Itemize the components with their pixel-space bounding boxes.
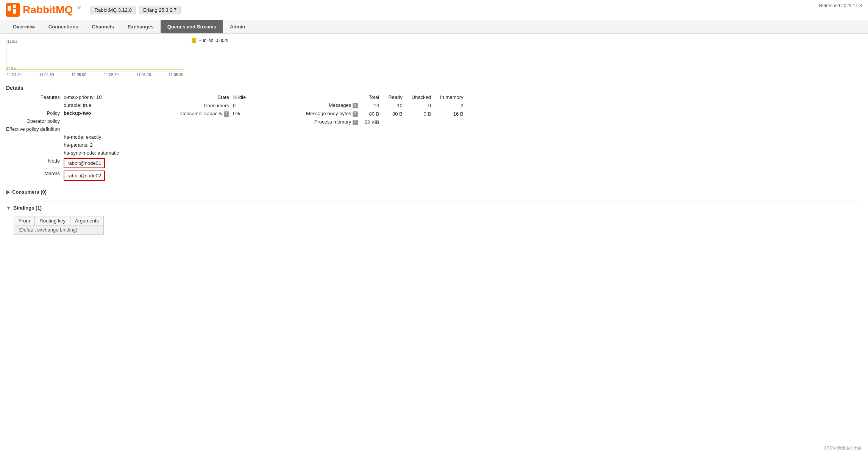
mbb-help[interactable]: ? xyxy=(353,111,358,117)
consumer-capacity-row: Consumer capacity ? 0% xyxy=(180,110,249,118)
operator-policy-row: Operator policy xyxy=(6,117,122,125)
chart-legend: Publish 0.00/s xyxy=(192,38,228,77)
legend-publish-dot xyxy=(192,38,196,43)
node-label: Node xyxy=(6,157,64,169)
messages-unacked: 0 xyxy=(407,101,436,110)
durable-value-cell: durable: true xyxy=(64,101,122,109)
messages-label: Messages xyxy=(329,102,351,108)
ha-params-row: ha-params: 2 xyxy=(6,141,122,149)
legend-publish-value: 0.00/s xyxy=(215,38,228,43)
nav-admin[interactable]: Admin xyxy=(223,20,252,33)
ha-params-spacer xyxy=(6,141,64,149)
consumers-row: Consumers 0 xyxy=(180,102,249,110)
bindings-col-from: From xyxy=(14,216,35,225)
ha-sync-mode-value: automatic xyxy=(98,150,119,156)
durable-value: true xyxy=(83,102,91,108)
policy-value-text: backup-two xyxy=(64,110,91,116)
pm-total: 52 KiB xyxy=(360,118,384,126)
ha-mode-spacer xyxy=(6,133,64,141)
effective-policy-label: Effective policy definition xyxy=(6,125,64,133)
chart-area: 110/s 0.0 /s 11:04:40 11:04:50 11:05:00 … xyxy=(0,34,868,81)
operator-policy-value xyxy=(64,117,122,125)
ha-mode-row: ha-mode: exactly xyxy=(6,133,122,141)
pm-label-cell: Process memory ? xyxy=(301,118,360,126)
x-label-6: 11:05:30 xyxy=(169,73,183,77)
mirrors-label: Mirrors xyxy=(6,169,64,182)
consumers-value: 0 xyxy=(233,102,249,110)
pm-in-memory xyxy=(436,118,468,126)
nav-queues-streams[interactable]: Queues and Streams xyxy=(161,20,223,33)
messages-label-cell: Messages ? xyxy=(301,101,360,110)
messages-help[interactable]: ? xyxy=(353,103,358,108)
nav-exchanges[interactable]: Exchanges xyxy=(121,20,161,33)
operator-policy-label: Operator policy xyxy=(6,117,64,125)
bindings-section-header[interactable]: ▼ Bindings (1) xyxy=(6,202,862,214)
svg-rect-3 xyxy=(13,9,16,14)
erlang-version-badge: Erlang 25.3.2.7 xyxy=(139,6,181,14)
state-idle: idle xyxy=(233,94,246,100)
chart-container: 110/s 0.0 /s 11:04:40 11:04:50 11:05:00 … xyxy=(6,38,862,77)
consumers-section: ▶ Consumers (0) xyxy=(6,186,862,198)
mbb-ready: 80 B xyxy=(384,110,407,118)
details-section-title: Details xyxy=(0,81,868,93)
ha-sync-mode-value-cell: ha-sync-mode: automatic xyxy=(64,149,122,157)
mbb-unacked: 0 B xyxy=(407,110,436,118)
x-label-4: 11:05:10 xyxy=(104,73,119,77)
bindings-header-row: From Routing key Arguments xyxy=(14,216,104,225)
nav-connections[interactable]: Connections xyxy=(42,20,85,33)
details-right: Total Ready Unacked In memory Messages ?… xyxy=(301,93,862,182)
pm-ready xyxy=(384,118,407,126)
refresh-info: Refreshed 2023-11-3 xyxy=(819,3,862,8)
legend-publish: Publish 0.00/s xyxy=(192,38,228,43)
consumer-capacity-label-text: Consumer capacity xyxy=(180,111,222,116)
bindings-col-arguments: Arguments xyxy=(70,216,104,225)
messages-row: Messages ? 10 10 0 2 xyxy=(301,101,468,110)
x-max-priority-label: x-max-priority: xyxy=(64,94,95,100)
detail-table-left: Features x-max-priority: 10 durable: tru… xyxy=(6,93,122,182)
stats-col-total: Total xyxy=(360,93,384,101)
mirrors-box: rabbit@node02 xyxy=(64,171,105,181)
ha-mode-label: ha-mode: xyxy=(64,134,84,140)
ha-params-value: 2 xyxy=(90,142,93,148)
stats-header-row: Total Ready Unacked In memory xyxy=(301,93,468,101)
process-memory-row: Process memory ? 52 KiB xyxy=(301,118,468,126)
message-body-bytes-row: Message body bytes ? 80 B 80 B 0 B 16 B xyxy=(301,110,468,118)
stats-col-ready: Ready xyxy=(384,93,407,101)
details-middle: State idle Consumers 0 Consumer capacity… xyxy=(180,93,286,182)
state-value: idle xyxy=(238,94,246,100)
mirrors-value: rabbit@node02 xyxy=(67,173,101,178)
durable-row: durable: true xyxy=(6,101,122,109)
x-label-2: 11:04:50 xyxy=(39,73,54,77)
features-value: x-max-priority: 10 xyxy=(64,93,122,101)
chart-x-labels: 11:04:40 11:04:50 11:05:00 11:05:10 11:0… xyxy=(6,73,184,77)
logo-tm: TM xyxy=(76,5,81,9)
consumers-arrow-icon: ▶ xyxy=(6,189,10,195)
nav-overview[interactable]: Overview xyxy=(6,20,42,33)
ha-mode-value-cell: ha-mode: exactly xyxy=(64,133,122,141)
ha-params-label: ha-params: xyxy=(64,142,89,148)
mirrors-row: Mirrors rabbit@node02 xyxy=(6,169,122,182)
consumers-section-header[interactable]: ▶ Consumers (0) xyxy=(6,186,862,198)
version-badges: RabbitMQ 3.12.8 Erlang 25.3.2.7 xyxy=(91,6,181,14)
pm-label: Process memory xyxy=(314,119,351,125)
stats-col-in-memory: In memory xyxy=(436,93,468,101)
bindings-table: From Routing key Arguments (Default exch… xyxy=(14,216,104,235)
features-label: Features xyxy=(6,93,64,101)
state-value-cell: idle xyxy=(233,93,249,102)
consumers-section-title: Consumers (0) xyxy=(12,189,47,195)
ha-sync-mode-label: ha-sync-mode: xyxy=(64,150,96,156)
features-row: Features x-max-priority: 10 xyxy=(6,93,122,101)
effective-policy-value xyxy=(64,125,122,133)
details-main: Features x-max-priority: 10 durable: tru… xyxy=(0,93,868,182)
nav-channels[interactable]: Channels xyxy=(85,20,121,33)
node-value-cell: rabbit@node01 xyxy=(64,157,122,169)
legend-publish-label: Publish xyxy=(198,38,213,43)
ha-mode-value: exactly xyxy=(86,134,101,140)
bindings-col-routing-key: Routing key xyxy=(35,216,70,225)
consumer-capacity-help[interactable]: ? xyxy=(224,111,229,117)
publish-chart-box: 110/s 0.0 /s xyxy=(6,38,184,72)
durable-label: durable: xyxy=(64,102,81,108)
pm-help[interactable]: ? xyxy=(353,120,358,125)
x-label-5: 11:05:20 xyxy=(136,73,151,77)
nav-bar: Overview Connections Channels Exchanges … xyxy=(0,20,868,34)
